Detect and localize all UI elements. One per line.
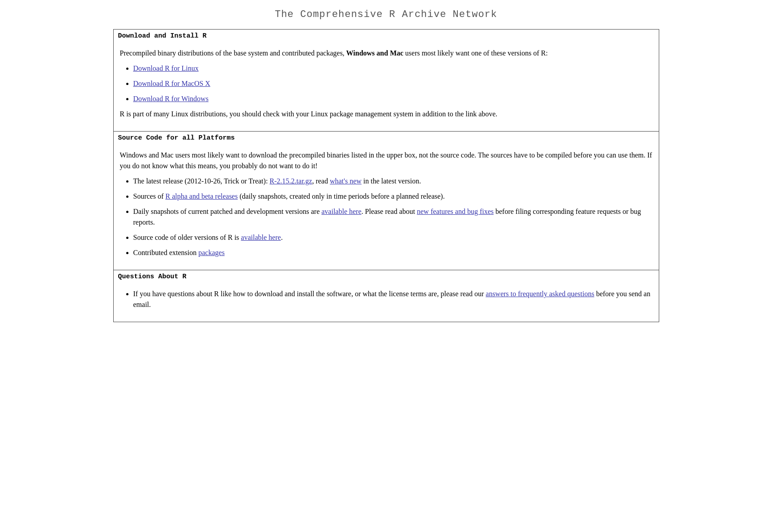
alpha-beta-suffix: (daily snapshots, created only in time p… — [238, 192, 445, 200]
download-linux-link[interactable]: Download R for Linux — [133, 64, 199, 72]
questions-section: Questions About R If you have questions … — [113, 270, 659, 322]
whats-new-link[interactable]: what's new — [330, 177, 362, 185]
intro-cont: users most likely want one of these vers… — [403, 49, 548, 57]
faq-prefix: If you have questions about R like how t… — [133, 290, 486, 298]
contributed-prefix: Contributed extension — [133, 249, 199, 256]
download-install-footer: R is part of many Linux distributions, y… — [120, 109, 653, 119]
source-code-header: Source Code for all Platforms — [114, 132, 659, 145]
older-versions-suffix: . — [281, 234, 283, 241]
questions-list: If you have questions about R like how t… — [133, 289, 653, 310]
new-features-link[interactable]: new features and bug fixes — [417, 208, 494, 215]
available-here-link-2[interactable]: available here — [241, 234, 281, 241]
available-here-link-1[interactable]: available here — [321, 208, 361, 215]
download-install-section: Download and Install R Precompiled binar… — [113, 29, 659, 132]
intro-text: Precompiled binary distributions of the … — [120, 49, 346, 57]
list-item: Sources of R alpha and beta releases (da… — [133, 191, 653, 202]
list-item: Download R for Windows — [133, 94, 653, 104]
page-title: The Comprehensive R Archive Network — [113, 9, 659, 20]
source-code-body: Windows and Mac users most likely want t… — [114, 145, 659, 270]
download-windows-link[interactable]: Download R for Windows — [133, 95, 209, 102]
intro-bold: Windows and Mac — [346, 49, 404, 57]
questions-body: If you have questions about R like how t… — [114, 283, 659, 322]
source-code-section: Source Code for all Platforms Windows an… — [113, 132, 659, 270]
latest-release-prefix: The latest release (2012-10-26, Trick or… — [133, 177, 270, 185]
download-install-intro: Precompiled binary distributions of the … — [120, 48, 653, 59]
alpha-beta-prefix: Sources of — [133, 192, 166, 200]
questions-header: Questions About R — [114, 270, 659, 283]
list-item: Daily snapshots of current patched and d… — [133, 206, 653, 228]
list-item: The latest release (2012-10-26, Trick or… — [133, 176, 653, 187]
alpha-beta-link[interactable]: R alpha and beta releases — [165, 192, 238, 200]
faq-link[interactable]: answers to frequently asked questions — [486, 290, 594, 298]
download-macos-link[interactable]: Download R for MacOS X — [133, 80, 210, 87]
download-links-list: Download R for Linux Download R for MacO… — [133, 63, 653, 104]
daily-snapshots-prefix: Daily snapshots of current patched and d… — [133, 208, 322, 215]
r-tarball-link[interactable]: R-2.15.2.tar.gz — [269, 177, 312, 185]
list-item: Download R for Linux — [133, 63, 653, 74]
packages-link[interactable]: packages — [198, 249, 225, 256]
list-item: Download R for MacOS X — [133, 78, 653, 89]
daily-snapshots-middle: . Please read about — [362, 208, 417, 215]
download-install-header: Download and Install R — [114, 30, 659, 43]
list-item: Source code of older versions of R is av… — [133, 232, 653, 243]
download-install-body: Precompiled binary distributions of the … — [114, 43, 659, 131]
latest-release-suffix: in the latest version. — [362, 177, 421, 185]
source-code-list: The latest release (2012-10-26, Trick or… — [133, 176, 653, 258]
older-versions-prefix: Source code of older versions of R is — [133, 234, 241, 241]
list-item: Contributed extension packages — [133, 247, 653, 258]
source-code-intro: Windows and Mac users most likely want t… — [120, 150, 653, 171]
latest-release-middle: , read — [312, 177, 330, 185]
list-item: If you have questions about R like how t… — [133, 289, 653, 310]
